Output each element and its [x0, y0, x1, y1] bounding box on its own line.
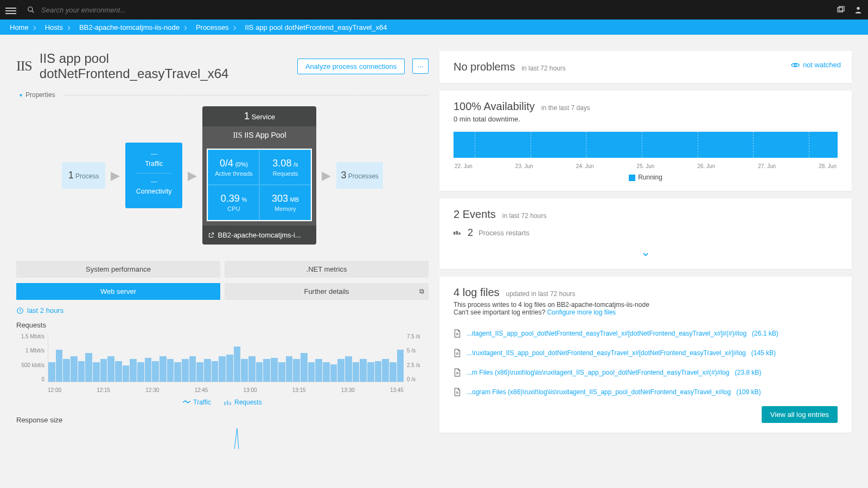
svg-rect-8: [229, 402, 231, 405]
chevron-down-icon[interactable]: ⌄: [454, 245, 838, 259]
file-icon: [454, 368, 461, 377]
svg-rect-12: [458, 232, 460, 234]
chart-bar: [145, 358, 152, 382]
chart-bar: [93, 362, 100, 382]
breadcrumb-host[interactable]: BB2-apache-tomcatjms-iis-node: [75, 22, 192, 33]
chart-bar: [219, 356, 226, 382]
page-title: IIS app pool dotNetFrontend_easyTravel_x…: [40, 51, 290, 81]
chart-bar: [271, 358, 278, 382]
line-icon: [183, 400, 190, 405]
traffic-box[interactable]: — Traffic — Connectivity: [125, 143, 182, 208]
chart-bar: [315, 359, 322, 382]
chart-bar: [85, 353, 92, 382]
chart-bar: [56, 350, 63, 382]
svg-rect-6: [224, 402, 226, 405]
search-icon[interactable]: [27, 6, 35, 14]
tab-further-details[interactable]: Further details⧉: [225, 283, 429, 300]
chart-bar: [301, 353, 308, 382]
file-icon: [454, 388, 461, 396]
availability-chart[interactable]: [454, 132, 838, 158]
arrow-right-icon: ▶: [111, 169, 120, 183]
chart-bar: [152, 361, 159, 382]
metric-cpu: 0.39 %CPU: [208, 185, 259, 220]
external-link-icon: ⧉: [419, 287, 424, 295]
breadcrumb-home[interactable]: Home: [5, 22, 41, 33]
analyze-button[interactable]: Analyze process connections: [297, 59, 405, 74]
availability-card: 100% Availability in the last 7 days 0 m…: [439, 91, 852, 191]
file-icon: [454, 329, 461, 338]
legend-traffic[interactable]: Traffic: [183, 399, 211, 406]
bars-icon: [224, 400, 232, 405]
tab-net-metrics[interactable]: .NET metrics: [225, 261, 429, 278]
y-axis-right: 7.5 /s5 /s2.5 /s0 /s: [407, 333, 429, 382]
chart-bar: [241, 359, 248, 382]
tab-system-performance[interactable]: System performance: [16, 261, 220, 278]
chart-bar: [137, 362, 144, 382]
file-icon: [454, 349, 461, 357]
chart-bar: [382, 359, 389, 382]
chart-bar: [123, 365, 130, 382]
svg-rect-7: [227, 401, 228, 405]
svg-line-1: [32, 11, 34, 13]
chart-bar: [234, 346, 241, 382]
breadcrumb-hosts[interactable]: Hosts: [41, 22, 75, 33]
chart-bar: [63, 359, 70, 382]
chart-bar: [100, 359, 107, 382]
chart-bar: [248, 356, 256, 382]
watch-toggle[interactable]: not watched: [791, 61, 841, 69]
iis-logo-icon: IIS: [233, 131, 242, 139]
log-file-link[interactable]: ...itagent_IIS_app_pool_dotNetFrontend_e…: [454, 324, 838, 343]
chart-bar: [159, 356, 167, 382]
breadcrumb: Home Hosts BB2-apache-tomcatjms-iis-node…: [0, 20, 868, 35]
events-card: 2 Events in last 72 hours 2 Process rest…: [439, 198, 852, 269]
chart-bar: [337, 359, 344, 382]
eye-icon: [791, 62, 800, 68]
availability-legend: Running: [454, 174, 838, 181]
topology-left-process[interactable]: 1 Process: [62, 162, 105, 189]
chart-bar: [212, 361, 219, 382]
event-row[interactable]: 2 Process restarts: [454, 227, 838, 239]
breadcrumb-current[interactable]: IIS app pool dotNetFrontend_easyTravel_x…: [241, 23, 392, 31]
svg-rect-3: [839, 7, 844, 11]
chart-bar: [308, 362, 315, 382]
tab-web-server[interactable]: Web server: [16, 283, 220, 300]
user-icon[interactable]: [854, 5, 863, 14]
response-size-title: Response size: [16, 416, 429, 424]
windows-icon[interactable]: [837, 5, 845, 14]
metric-memory: 303 MBMemory: [259, 185, 311, 220]
metric-requests: 3.08 /sRequests: [259, 150, 311, 185]
log-file-link[interactable]: ...m Files (x86)\ruxit\log\iis\ruxitagen…: [454, 363, 838, 382]
legend-requests[interactable]: Requests: [224, 399, 262, 406]
iis-logo-icon: IIS: [16, 58, 32, 74]
svg-rect-2: [838, 8, 843, 12]
chevron-down-icon: ▾: [20, 92, 22, 98]
properties-toggle[interactable]: ▾ Properties: [16, 91, 429, 99]
chart-bar: [174, 362, 181, 382]
chart-bar: [360, 359, 367, 382]
time-selector[interactable]: last 2 hours: [16, 306, 429, 314]
chart-bar: [78, 361, 85, 382]
plot-area[interactable]: [48, 333, 404, 382]
more-button[interactable]: ···: [412, 59, 429, 74]
chart-bar: [204, 359, 211, 382]
chart-legend: Traffic Requests: [16, 399, 429, 406]
breadcrumb-processes[interactable]: Processes: [192, 22, 241, 33]
tabs-row-2: Web server Further details⧉: [16, 283, 429, 300]
topology-right-processes[interactable]: 3 Processes: [336, 162, 382, 189]
menu-icon[interactable]: [5, 6, 16, 14]
external-link-icon: [208, 232, 214, 239]
view-all-logs-button[interactable]: View all log entries: [762, 406, 838, 423]
chart-bar: [167, 359, 174, 382]
chart-bar: [196, 362, 203, 382]
svg-point-0: [28, 7, 33, 11]
chart-bar: [353, 362, 360, 382]
svg-rect-11: [456, 231, 458, 235]
search-input[interactable]: [41, 6, 258, 14]
iis-card[interactable]: 1 Service IIS IIS App Pool 0/4 (0%)Activ…: [202, 106, 316, 245]
log-file-link[interactable]: ...\ruxitagent_IIS_app_pool_dotNetFronte…: [454, 343, 838, 363]
chart-bar: [286, 356, 293, 382]
chart-bar: [130, 359, 137, 382]
chart-bar: [189, 356, 196, 382]
log-file-link[interactable]: ...ogram Files (x86)\ruxit\log\iis\ruxit…: [454, 382, 838, 402]
configure-logs-link[interactable]: Configure more log files: [547, 309, 616, 316]
